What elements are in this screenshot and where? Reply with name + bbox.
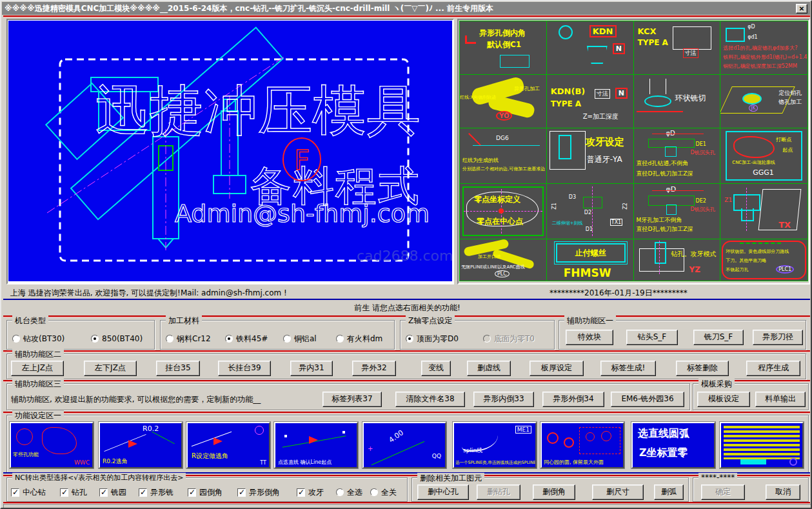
change-line-button[interactable]: 变线 [421, 361, 451, 376]
close-button[interactable]: ✕ [796, 4, 807, 14]
template-cell-kcx[interactable]: KCX TYPE A 寸法 [634, 21, 721, 75]
template-cell-set-screw[interactable]: 止付螺丝 FHMSW [547, 239, 634, 281]
delete-dashed-button[interactable]: 删虚线 [467, 361, 511, 376]
date-text: *********2016年-01月-19日********* [550, 288, 688, 299]
template-cell-ring-note[interactable]: 环状铣切。黄色虚线部分刀路线 下刀。其他平底刀略 不铣起刀孔 PLC1 [720, 239, 807, 281]
template-cell-ggg1[interactable]: 打断点 起点 CNC加工-出现轮廓线 GGG1 [720, 128, 807, 184]
template-cell-tapping[interactable]: 攻牙设定 普通牙-YA [547, 128, 634, 184]
thumb-help-text[interactable] [720, 422, 804, 468]
radio-steel[interactable]: 钢料Cr12 [166, 334, 211, 344]
separator [3, 412, 810, 413]
cell-text: 不铣起刀孔 [726, 266, 748, 273]
template-cell-counterbore-de1[interactable]: φD DE1 D铣沉头孔 直径d孔钻通,不倒角 直径D孔,铣刀加工Z深 [634, 128, 721, 184]
profile-inner-31-button[interactable]: 异内31 [290, 361, 333, 376]
thumb-z-zero[interactable]: 选直线圆弧 Z坐标置零 [631, 422, 715, 468]
separator [3, 299, 810, 300]
thumb-caption: 同心园的圆, 保留最大外圆 [544, 459, 604, 466]
label-list-37-button[interactable]: 标签列表37 [322, 392, 382, 407]
top-left-jz-button[interactable]: 左上JZ点 [11, 361, 64, 376]
thumb-pick-line[interactable]: 点选直线 确认Line起点 [274, 422, 358, 468]
delete-dimension-button[interactable]: 删尺寸 [592, 484, 644, 500]
thumb-caption: 零些孔功能 [13, 451, 39, 458]
thumb-concentric-circles[interactable]: 同心园的圆, 保留最大外圆 [540, 422, 624, 468]
template-cell-drill-tap[interactable]: 钻孔。攻牙模式 YZ [634, 239, 721, 281]
long-hang-table-39-button[interactable]: 长挂台39 [218, 361, 271, 376]
template-cell-profile-mill[interactable]: 红线:X向铣削轨迹 异形孔加工 YO [460, 75, 547, 128]
check-profile-mill[interactable]: 异形铣 [139, 487, 173, 497]
label-delete-button[interactable]: 标签删除 [676, 361, 729, 376]
profile-tool-dia-button[interactable]: 异形刀径 [753, 330, 803, 345]
label-generate-button[interactable]: 标签生成! [600, 361, 656, 376]
template-cell-dowel-hole[interactable]: JK 定位销孔 锪孔加工 [720, 75, 807, 128]
radio-icon [12, 335, 20, 343]
check-tapping[interactable]: 攻牙 [297, 487, 324, 497]
profile-outer-32-button[interactable]: 异外32 [352, 361, 396, 376]
thumb-dim-400[interactable]: 4.00 + QQ [362, 422, 446, 468]
radio-bt30[interactable]: 钻攻(BT30) [12, 334, 64, 344]
cell-text: 铜铝孔,确定铣深度加工深52MM [723, 63, 797, 70]
template-cell-tx[interactable]: Z1 TX [720, 184, 807, 239]
check-mill-circle[interactable]: 铣园 [99, 487, 126, 497]
template-cell-hole-note[interactable]: φD φd1 选择d1的孔,确定锪孔φd加多大? 铁料孔,确定铣外形d1(锪孔)… [720, 21, 807, 75]
template-setup-button[interactable]: 模板设定 [697, 392, 750, 407]
t-stem [741, 208, 754, 221]
check-center-drill[interactable]: 中心钻 [11, 487, 46, 497]
checkbox-icon [188, 488, 196, 497]
title-bar[interactable]: ※※※※迅捷精密模具CNC加工模块※※※※__2015-6-24版本，cnc-钻… [2, 2, 810, 15]
program-generate-button[interactable]: 程序生成 [746, 361, 800, 376]
radio-select-none[interactable]: 全关 [370, 487, 397, 497]
cancel-button[interactable]: 取消 [766, 484, 800, 500]
template-cell-kdn[interactable]: KDN N [547, 21, 634, 75]
profile-inner-chamfer-33-button[interactable]: 异形内倒33 [473, 392, 534, 407]
em6-mill-outer-36-button[interactable]: EM6-铣外园36 [611, 392, 684, 407]
delete-arc-button[interactable]: 删弧 [654, 484, 684, 500]
profile-outer-chamfer-34-button[interactable]: 异形外倒34 [542, 392, 604, 407]
template-cell-kdnb[interactable]: KDN(B) TYPE A 寸法 N Z=加工深度 [547, 75, 634, 128]
plc-badge: PLC [495, 270, 510, 277]
radio-bottom-zero[interactable]: 底面为零T0 [483, 334, 535, 344]
cell-text: TX [778, 220, 791, 230]
radio-label: 钻攻(BT30) [23, 334, 64, 344]
check-circle-chamfer[interactable]: 园倒角 [188, 487, 223, 497]
template-cell-zero-point[interactable]: 零点坐标定义 零点在中心点 [460, 184, 547, 239]
radio-label: 全关 [381, 487, 397, 498]
hole-shape [726, 28, 745, 42]
template-cell-dims[interactable]: Z1 D3 D2 D1 Z2 二维伸缩+刻线 TX1 [547, 184, 634, 239]
thumb-r02-relief[interactable]: R0.2 R0.2逃角 [99, 422, 183, 468]
clear-filename-38-button[interactable]: 清除文件名38 [395, 392, 465, 407]
radio-fire-material[interactable]: 有火料dm [336, 334, 382, 344]
dim-label: Z1 [551, 203, 557, 210]
delete-center-hole-button[interactable]: 删中心孔 [417, 484, 469, 500]
plate-thickness-button[interactable]: 板厚设定 [530, 361, 584, 376]
template-cell-base-edge[interactable]: DG6 红线为生成的线 分别选择二个相对的边,可做加工底基准边 [460, 128, 547, 184]
thumb-sub: WWC [74, 459, 90, 466]
template-cell-ring-mill[interactable]: 环状铣切 [634, 75, 721, 128]
template-cell-corner-chamfer[interactable]: 异形孔倒内角 默认倒C1 [460, 21, 547, 75]
thumb-spline[interactable]: splin线 ME1 选一个SPLINE类,串连园弧线连成的SPLINE [453, 422, 537, 468]
check-profile-chamfer[interactable]: 异形倒角 [237, 487, 280, 497]
cell-text: 下刀。其他平底刀略 [726, 257, 766, 264]
mill-sf-button[interactable]: 铣刀S_F [693, 330, 744, 345]
hang-table-35-button[interactable]: 挂台35 [156, 361, 200, 376]
radio-copper-al[interactable]: 铜铝al [283, 334, 317, 344]
check-drill[interactable]: 钻孔 [60, 487, 87, 497]
material-list-output-button[interactable]: 料单输出 [755, 392, 806, 407]
template-cell-open-slot[interactable]: 加工开口槽 无限PLINE或LINE以及ARC曲线 PLC [460, 239, 547, 281]
radio-bt40[interactable]: 850(BT40) [91, 334, 143, 344]
radio-top-zero[interactable]: 顶面为零D0 [406, 334, 459, 344]
ok-button[interactable]: 确定 [701, 484, 745, 500]
drill-sf-button[interactable]: 钻头S_F [626, 330, 678, 345]
radio-select-all[interactable]: 全选 [336, 487, 362, 497]
delete-chamfer-button[interactable]: 删倒角 [533, 484, 575, 500]
group-label: 加工材料 [166, 315, 202, 326]
bottom-left-jz-button[interactable]: 左下JZ点 [84, 361, 137, 376]
special-block-button[interactable]: 特效块 [566, 330, 613, 345]
template-cell-counterbore-de2[interactable]: φD DE2 D铣沉头孔 M牙孔加工不倒角 直径D孔,铣刀加工Z深 [634, 184, 721, 239]
cad-preview-panel[interactable]: 迅捷冲压模具 备料程式 F Admin@sh-fhmj.com cad2688.… [6, 19, 454, 284]
radio-iron45[interactable]: 铁料45# [225, 334, 268, 344]
thumb-hole-function[interactable]: 零些孔功能 WWC [10, 422, 94, 468]
thumb-r-setting-relief[interactable]: R设定做逃角 TT [186, 422, 270, 468]
delete-drill-button[interactable]: 删钻孔 [477, 484, 520, 500]
dim-label: φd1 [748, 34, 757, 40]
cell-text: 定位销孔 [778, 89, 802, 97]
